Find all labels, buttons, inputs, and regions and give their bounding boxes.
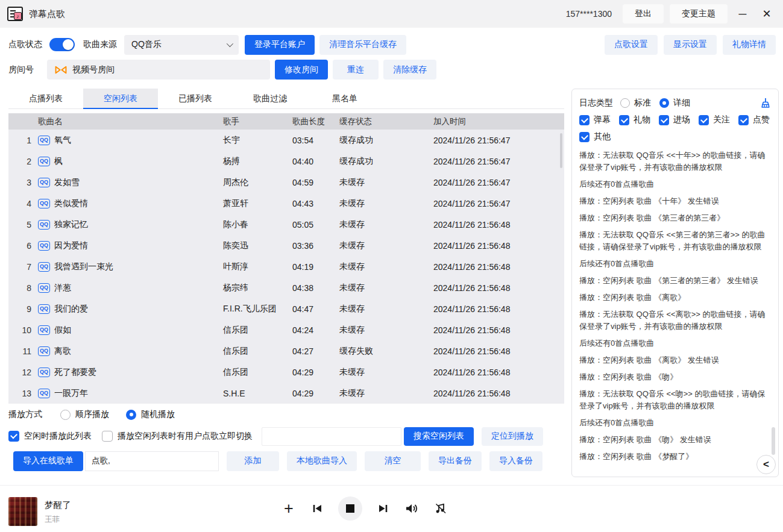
log-entries: 播放：无法获取 QQ音乐 <<十年>> 的歌曲链接，请确保登录了vip账号，并有…: [579, 149, 771, 474]
song-name-cell: QQ氧气: [36, 135, 223, 146]
filter-label: 其他: [594, 131, 611, 142]
qq-music-icon: QQ: [38, 304, 50, 314]
qq-music-icon: QQ: [38, 389, 50, 398]
switch-on-request-checkbox[interactable]: [102, 431, 113, 442]
table-row[interactable]: 11QQ离歌信乐团04:27缓存失败2024/11/26 21:56:48: [8, 340, 564, 361]
song-settings-button[interactable]: 点歌设置: [605, 35, 658, 55]
song-name-cell: QQ枫: [36, 156, 223, 167]
log-filter-点赞: 点赞: [738, 114, 770, 125]
now-playing-title: 梦醒了: [45, 499, 71, 511]
filter-label: 进场: [673, 114, 690, 125]
filter-label: 弹幕: [594, 114, 611, 125]
close-icon[interactable]: ✕: [758, 5, 776, 23]
join-time-cell: 2024/11/26 21:56:47: [433, 178, 564, 187]
clear-cache-button[interactable]: 清除缓存: [383, 60, 436, 80]
artist-cell: 杨搏: [223, 156, 292, 167]
collapse-panel-button[interactable]: <: [756, 455, 776, 474]
tab-1[interactable]: 空闲列表: [83, 89, 158, 108]
change-theme-button[interactable]: 变更主题: [670, 4, 728, 23]
display-settings-button[interactable]: 显示设置: [664, 35, 717, 55]
filter-checkbox[interactable]: [738, 115, 749, 125]
clean-music-cache-button[interactable]: 清理音乐平台缓存: [319, 35, 406, 55]
tab-2[interactable]: 已播列表: [158, 89, 233, 108]
minimize-icon[interactable]: ─: [734, 5, 752, 23]
table-row[interactable]: 12QQ死了都要爱信乐团04:29未缓存2024/11/26 21:56:48: [8, 361, 564, 383]
tab-3[interactable]: 歌曲过滤: [233, 89, 307, 108]
filter-label: 礼物: [634, 114, 650, 125]
previous-track-icon[interactable]: [309, 500, 326, 517]
log-standard-label: 标准: [634, 98, 651, 108]
random-label: 随机播放: [141, 409, 175, 420]
table-scrollbar[interactable]: [560, 133, 562, 168]
table-row[interactable]: 10QQ假如信乐团04:24未缓存2024/11/26 21:56:48: [8, 319, 564, 340]
song-status-toggle[interactable]: [49, 38, 75, 51]
filter-checkbox[interactable]: [579, 115, 590, 125]
table-row[interactable]: 2QQ枫杨搏04:40缓存成功2024/11/26 21:56:47: [8, 151, 564, 172]
song-name-cell: QQ独家记忆: [36, 219, 223, 230]
playlist-input[interactable]: [85, 451, 219, 471]
tab-4[interactable]: 黑名单: [307, 89, 382, 108]
music-note-off-icon[interactable]: [432, 500, 449, 517]
table-row[interactable]: 6QQ因为爱情陈奕迅03:36未缓存2024/11/26 21:56:48: [8, 235, 564, 256]
length-cell: 04:59: [292, 178, 339, 187]
song-name-cell: QQ我们的爱: [36, 304, 223, 315]
volume-icon[interactable]: [403, 500, 420, 517]
search-idle-list-button[interactable]: 搜索空闲列表: [404, 427, 474, 446]
tab-0[interactable]: 点播列表: [8, 89, 83, 108]
length-cell: 04:38: [292, 283, 339, 293]
table-row[interactable]: 7QQ我曾遇到一束光叶斯淳04:19未缓存2024/11/26 21:56:48: [8, 256, 564, 277]
log-detailed-radio[interactable]: [659, 98, 669, 108]
random-radio[interactable]: [126, 410, 136, 420]
idle-play-checkbox[interactable]: [8, 431, 19, 442]
add-song-icon[interactable]: +: [280, 500, 297, 517]
join-time-cell: 2024/11/26 21:56:48: [433, 389, 564, 398]
join-time-cell: 2024/11/26 21:56:48: [433, 283, 564, 293]
table-row[interactable]: 8QQ洋葱杨宗纬04:38未缓存2024/11/26 21:56:48: [8, 277, 564, 298]
log-filter-row-2: 其他: [579, 129, 771, 145]
table-row[interactable]: 9QQ我们的爱F.I.R.飞儿乐团04:47未缓存2024/11/26 21:5…: [8, 298, 564, 319]
row-index: 7: [8, 262, 36, 272]
table-row[interactable]: 3QQ发如雪周杰伦04:59未缓存2024/11/26 21:56:47: [8, 172, 564, 193]
length-cell: 04:29: [292, 368, 339, 377]
filter-checkbox[interactable]: [699, 115, 709, 125]
next-track-icon[interactable]: [374, 500, 391, 517]
sequential-radio[interactable]: [60, 410, 71, 420]
export-backup-button[interactable]: 导出备份: [429, 451, 482, 471]
table-header: 歌曲名 歌手 歌曲长度 缓存状态 加入时间: [8, 113, 564, 130]
filter-checkbox[interactable]: [659, 115, 669, 125]
idle-search-input[interactable]: [262, 427, 401, 446]
clear-log-broom-icon[interactable]: [760, 98, 771, 108]
song-source-label: 歌曲来源: [83, 39, 117, 50]
log-detailed-label: 详细: [673, 98, 690, 108]
cache-status-cell: 缓存成功: [339, 135, 433, 146]
log-scrollbar[interactable]: [772, 427, 775, 455]
room-input[interactable]: 视频号房间: [47, 60, 270, 80]
join-time-cell: 2024/11/26 21:56:48: [433, 325, 564, 335]
table-row[interactable]: 5QQ独家记忆陈小春05:05未缓存2024/11/26 21:56:48: [8, 214, 564, 235]
import-backup-button[interactable]: 导入备份: [489, 451, 542, 471]
locate-playing-button[interactable]: 定位到播放: [482, 427, 543, 446]
modify-room-button[interactable]: 修改房间: [275, 60, 328, 80]
log-standard-radio[interactable]: [620, 98, 630, 108]
log-entry: 播放：无法获取 QQ音乐 <<吻>> 的歌曲链接，请确保登录了vip账号，并有该…: [579, 388, 771, 412]
filter-checkbox[interactable]: [579, 132, 590, 142]
table-row[interactable]: 1QQ氧气长宇03:54缓存成功2024/11/26 21:56:47: [8, 130, 564, 151]
clear-list-button[interactable]: 清空: [365, 451, 421, 471]
filter-checkbox[interactable]: [619, 115, 629, 125]
table-row[interactable]: 4QQ类似爱情萧亚轩04:43未缓存2024/11/26 21:56:47: [8, 193, 564, 214]
reconnect-button[interactable]: 重连: [333, 60, 379, 80]
import-row: 导入在线歌单 添加 本地歌曲导入 清空 导出备份 导入备份: [8, 451, 542, 471]
song-source-select[interactable]: QQ音乐: [124, 35, 239, 55]
logout-button[interactable]: 登出: [623, 4, 664, 23]
add-button[interactable]: 添加: [227, 451, 279, 471]
table-row[interactable]: 13QQ一眼万年S.H.E04:29未缓存2024/11/26 21:56:48: [8, 383, 564, 404]
length-cell: 04:19: [292, 262, 339, 272]
log-filter-关注: 关注: [699, 114, 730, 125]
song-name-cell: QQ假如: [36, 325, 223, 336]
stop-button[interactable]: [338, 496, 362, 521]
gift-details-button[interactable]: 礼物详情: [723, 35, 776, 55]
local-import-button[interactable]: 本地歌曲导入: [287, 451, 357, 471]
login-platform-button[interactable]: 登录平台账户: [245, 35, 315, 55]
log-filter-其他: 其他: [579, 131, 611, 142]
import-online-playlist-button[interactable]: 导入在线歌单: [13, 451, 83, 471]
